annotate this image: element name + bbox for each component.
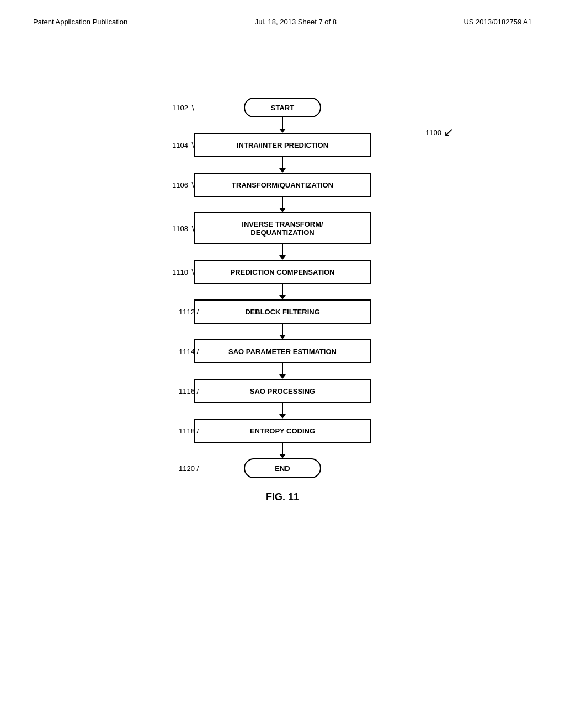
arrow-line [282,244,283,255]
arrow-3 [279,197,286,212]
node-id-1106: 1106 ∖ [172,181,195,189]
node-id-1108: 1108 ∖ [172,224,195,233]
arrow-line [282,284,283,295]
arrow-head [279,414,286,419]
ref-arrow: ↙ [444,125,454,140]
node-intra-inter: INTRA/INTER PREDICTION [194,133,371,157]
diagram-container: 1102 ∖ START 1104 ∖ INTRA/INTER PREDICTI… [0,98,565,503]
arrow-line [282,324,283,335]
node-entropy: ENTROPY CODING [194,419,371,443]
node-row-1108: 1108 ∖ INVERSE TRANSFORM/DEQUANTIZATION [172,212,393,244]
node-id-1110: 1110 ∖ [172,268,195,276]
node-row-1106: 1106 ∖ TRANSFORM/QUANTIZATION [172,173,393,197]
arrow-8 [279,403,286,419]
node-id-1114: 1114 / [179,347,199,356]
arrow-head [279,295,286,299]
arrow-head [279,374,286,379]
node-row-1120: 1120 / END [172,458,393,478]
node-id-1112: 1112 / [179,308,199,316]
arrow-head [279,255,286,260]
arrow-line [282,403,283,414]
node-end: END [244,458,321,478]
ref-1100: 1100 ↙ [425,125,454,140]
node-row-1114: 1114 / SAO PARAMETER ESTIMATION [172,339,393,363]
arrow-5 [279,284,286,299]
arrow-line [282,157,283,168]
arrow-line [282,443,283,454]
node-inverse-transform: INVERSE TRANSFORM/DEQUANTIZATION [194,212,371,244]
page-header: Patent Application Publication Jul. 18, … [0,0,565,26]
header-right: US 2013/0182759 A1 [463,18,532,26]
node-row-1102: 1102 ∖ START [172,98,393,117]
ref-1100-label: 1100 [425,129,441,137]
arrow-head [279,129,286,133]
flowchart: 1102 ∖ START 1104 ∖ INTRA/INTER PREDICTI… [172,98,393,478]
arrow-head [279,335,286,339]
node-row-1104: 1104 ∖ INTRA/INTER PREDICTION [172,133,393,157]
node-transform-quant: TRANSFORM/QUANTIZATION [194,173,371,197]
node-deblock: DEBLOCK FILTERING [194,299,371,324]
arrow-line [282,363,283,374]
arrow-1 [279,117,286,133]
flowchart-wrapper: 1102 ∖ START 1104 ∖ INTRA/INTER PREDICTI… [172,98,393,478]
arrow-9 [279,443,286,458]
node-id-1118: 1118 / [179,427,199,435]
node-row-1116: 1116 / SAO PROCESSING [172,379,393,403]
arrow-head [279,454,286,458]
figure-label: FIG. 11 [266,491,299,503]
arrow-line [282,197,283,208]
node-sao-proc: SAO PROCESSING [194,379,371,403]
node-start: START [244,98,321,117]
node-sao-param: SAO PARAMETER ESTIMATION [194,339,371,363]
arrow-6 [279,324,286,339]
node-id-1116: 1116 / [179,387,199,395]
node-id-1102: 1102 ∖ [172,104,195,112]
node-row-1118: 1118 / ENTROPY CODING [172,419,393,443]
arrow-head [279,168,286,173]
node-prediction-comp: PREDICTION COMPENSATION [194,260,371,284]
node-id-1120: 1120 / [179,464,199,473]
arrow-2 [279,157,286,173]
node-row-1110: 1110 ∖ PREDICTION COMPENSATION [172,260,393,284]
node-id-1104: 1104 ∖ [172,141,195,149]
arrow-line [282,117,283,129]
node-row-1112: 1112 / DEBLOCK FILTERING [172,299,393,324]
arrow-4 [279,244,286,260]
header-center: Jul. 18, 2013 Sheet 7 of 8 [255,18,337,26]
arrow-head [279,208,286,212]
arrow-7 [279,363,286,379]
header-left: Patent Application Publication [33,18,127,26]
